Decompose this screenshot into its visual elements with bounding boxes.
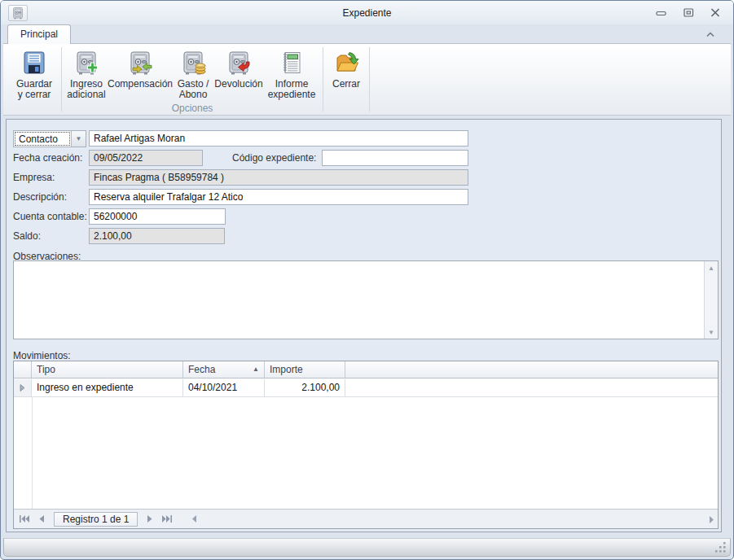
scroll-up-icon[interactable]: ▲ [705, 261, 718, 274]
movimientos-grid: Tipo Fecha▲ Importe Ingreso en expedient… [13, 361, 719, 529]
ribbon-separator [323, 47, 323, 112]
button-label-line: Cerrar [332, 79, 360, 90]
button-label-line: Compensación [108, 79, 173, 90]
grid-indicator-column-line [32, 397, 33, 509]
grid-header-filler [345, 361, 718, 378]
maximize-icon [683, 8, 694, 17]
ribbon-separator [369, 47, 370, 112]
ribbon: Guardar y cerrar Ingreso adicional [3, 43, 731, 116]
contacto-selector-label: Contacto [15, 132, 70, 146]
row-indicator [14, 379, 32, 396]
scroll-left-icon [191, 515, 197, 523]
previous-record-button[interactable] [35, 514, 48, 524]
saldo-label: Saldo: [13, 228, 41, 244]
app-menu-button[interactable] [8, 5, 28, 21]
cell-fecha[interactable]: 04/10/2021 [183, 379, 265, 396]
row-indicator-icon [20, 384, 25, 392]
record-navigator: Registro 1 de 1 [14, 509, 718, 528]
resize-grip-icon[interactable] [714, 540, 727, 553]
sort-asc-icon: ▲ [253, 361, 259, 378]
codigo-expediente-label: Código expediente: [232, 150, 316, 166]
grid-header-tipo[interactable]: Tipo [32, 361, 183, 378]
window-title: Expediente [1, 7, 733, 19]
safe-add-icon [73, 50, 99, 76]
title-bar: Expediente [1, 1, 733, 24]
button-label-line: Devolución [214, 79, 262, 90]
ribbon-tab-row: Principal [1, 24, 733, 43]
maximize-button[interactable] [682, 7, 695, 19]
grid-header-row: Tipo Fecha▲ Importe [14, 361, 718, 378]
cuenta-contable-input[interactable] [89, 208, 226, 225]
first-record-icon [19, 515, 30, 523]
cell-importe[interactable]: 2.100,00 [265, 379, 345, 396]
minimize-button[interactable] [655, 7, 668, 19]
close-button[interactable] [709, 7, 722, 19]
safe-return-icon [226, 50, 252, 76]
fecha-creacion-input[interactable] [89, 150, 203, 166]
chevron-up-icon [705, 31, 716, 37]
grid-header-fecha[interactable]: Fecha▲ [183, 361, 265, 378]
scroll-down-icon[interactable]: ▼ [705, 326, 718, 339]
cerrar-button[interactable]: Cerrar [326, 46, 367, 91]
codigo-expediente-input[interactable] [322, 150, 468, 166]
ribbon-group-save: Guardar y cerrar [10, 46, 59, 115]
empresa-input[interactable] [89, 169, 468, 186]
cell-tipo[interactable]: Ingreso en expediente [32, 379, 183, 396]
ribbon-group-label-opciones: Opciones [64, 103, 320, 115]
guardar-y-cerrar-button[interactable]: Guardar y cerrar [10, 46, 59, 102]
saldo-input[interactable] [89, 228, 225, 244]
descripcion-label: Descripción: [13, 189, 67, 205]
ingreso-adicional-button[interactable]: Ingreso adicional [64, 46, 108, 102]
save-icon [21, 50, 47, 76]
minimize-icon [656, 9, 667, 17]
safe-coins-icon [180, 50, 206, 76]
scroll-left-button[interactable] [187, 514, 200, 524]
last-record-button[interactable] [160, 514, 174, 524]
button-label-line: adicional [67, 90, 105, 100]
scroll-right-icon [709, 516, 714, 523]
ribbon-group-label [326, 103, 367, 115]
button-label-line: expediente [268, 90, 316, 100]
next-record-icon [147, 515, 153, 523]
safe-icon [11, 7, 24, 20]
ribbon-collapse-button[interactable] [704, 29, 717, 39]
gasto-abono-button[interactable]: Gasto / Abono [172, 46, 214, 102]
informe-expediente-button[interactable]: Informe expediente [263, 46, 320, 102]
contacto-type-selector[interactable]: Contacto ▼ [13, 130, 86, 147]
ribbon-group-close: Cerrar [326, 46, 367, 115]
compensacion-button[interactable]: Compensación [108, 46, 172, 91]
report-icon [279, 50, 305, 76]
window: Expediente Principal [0, 0, 734, 560]
ribbon-group-label [10, 103, 59, 115]
empresa-label: Empresa: [13, 169, 55, 186]
ribbon-separator [61, 47, 62, 112]
observaciones-vertical-scrollbar[interactable]: ▲ ▼ [704, 261, 718, 339]
grid-row[interactable]: Ingreso en expediente 04/10/2021 2.100,0… [14, 379, 718, 397]
observaciones-textarea[interactable]: ▲ ▼ [13, 260, 719, 339]
open-folder-arrow-icon [333, 50, 359, 76]
close-icon [710, 8, 720, 17]
scroll-right-button[interactable] [709, 510, 714, 529]
grid-header-indicator [14, 361, 32, 378]
first-record-button[interactable] [18, 514, 31, 524]
cell-filler [345, 379, 718, 396]
last-record-icon [161, 515, 173, 523]
button-label-line: y cerrar [18, 90, 51, 100]
devolucion-button[interactable]: Devolución [214, 46, 263, 91]
record-count-label: Registro 1 de 1 [54, 512, 138, 527]
cuenta-contable-label: Cuenta contable: [13, 208, 87, 225]
button-label-line: Abono [179, 90, 208, 100]
contacto-input[interactable] [89, 130, 468, 147]
window-controls [655, 1, 722, 24]
previous-record-icon [38, 515, 45, 523]
chevron-down-icon[interactable]: ▼ [71, 131, 86, 147]
fecha-creacion-label: Fecha creación: [13, 150, 82, 166]
expediente-form-panel: Contacto ▼ Fecha creación: Código expedi… [6, 119, 722, 532]
tab-principal[interactable]: Principal [7, 24, 71, 44]
status-bar [3, 538, 731, 557]
safe-swap-icon [127, 50, 153, 76]
next-record-button[interactable] [143, 514, 156, 524]
grid-header-importe[interactable]: Importe [265, 361, 345, 378]
ribbon-group-opciones: Ingreso adicional Compensación [64, 46, 320, 115]
descripcion-input[interactable] [89, 189, 468, 205]
